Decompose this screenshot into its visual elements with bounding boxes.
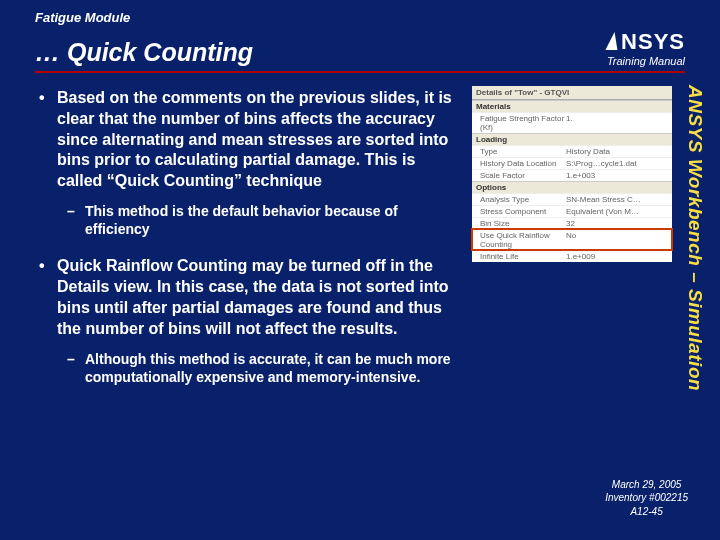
row-analysis-key: Analysis Type bbox=[472, 195, 566, 204]
row-scale-val: 1.e+003 bbox=[566, 171, 672, 180]
footer-date: March 29, 2005 bbox=[605, 478, 688, 492]
row-scale-key: Scale Factor bbox=[472, 171, 566, 180]
slide-body: Based on the comments on the previous sl… bbox=[35, 88, 455, 404]
row-binsize: Bin Size 32 bbox=[472, 217, 672, 229]
row-scale: Scale Factor 1.e+003 bbox=[472, 169, 672, 181]
bullet-2a: Although this method is accurate, it can… bbox=[57, 350, 455, 386]
row-quickrainflow-val: No bbox=[566, 231, 672, 249]
footer: March 29, 2005 Inventory #002215 A12-45 bbox=[605, 478, 688, 519]
title-bar: … Quick Counting NSYS Training Manual bbox=[35, 31, 685, 73]
row-stresscomp: Stress Component Equivalent (Von M… bbox=[472, 205, 672, 217]
row-quickrainflow: Use Quick Rainflow Counting No bbox=[472, 229, 672, 250]
ansys-logo: NSYS bbox=[607, 31, 685, 53]
bullet-2-text: Quick Rainflow Counting may be turned of… bbox=[57, 257, 449, 336]
bullet-1: Based on the comments on the previous sl… bbox=[35, 88, 455, 238]
row-histloc: History Data Location S:\Prog…cycle1.dat bbox=[472, 157, 672, 169]
footer-inventory: Inventory #002215 bbox=[605, 491, 688, 505]
row-stresscomp-key: Stress Component bbox=[472, 207, 566, 216]
bullet-2: Quick Rainflow Counting may be turned of… bbox=[35, 256, 455, 386]
row-binsize-key: Bin Size bbox=[472, 219, 566, 228]
row-infinitelife-val: 1.e+009 bbox=[566, 252, 672, 261]
section-options: Options bbox=[472, 181, 672, 193]
footer-page: A12-45 bbox=[605, 505, 688, 519]
row-histloc-key: History Data Location bbox=[472, 159, 566, 168]
section-loading: Loading bbox=[472, 133, 672, 145]
page-title: … Quick Counting bbox=[35, 38, 253, 67]
row-analysis: Analysis Type SN-Mean Stress C… bbox=[472, 193, 672, 205]
row-infinitelife: Infinite Life 1.e+009 bbox=[472, 250, 672, 262]
row-infinitelife-key: Infinite Life bbox=[472, 252, 566, 261]
side-watermark: ANSYS Workbench – Simulation bbox=[684, 85, 706, 391]
details-panel: Details of "Tow" - GTQVI Materials Fatig… bbox=[472, 86, 672, 262]
section-materials: Materials bbox=[472, 100, 672, 112]
row-type: Type History Data bbox=[472, 145, 672, 157]
row-kf-key: Fatigue Strength Factor (Kf) bbox=[472, 114, 566, 132]
logo-block: NSYS Training Manual bbox=[607, 31, 685, 67]
row-type-key: Type bbox=[472, 147, 566, 156]
module-label: Fatigue Module bbox=[35, 10, 685, 25]
row-type-val: History Data bbox=[566, 147, 672, 156]
details-header: Details of "Tow" - GTQVI bbox=[472, 86, 672, 100]
row-binsize-val: 32 bbox=[566, 219, 672, 228]
bullet-1a: This method is the default behavior beca… bbox=[57, 202, 455, 238]
row-histloc-val: S:\Prog…cycle1.dat bbox=[566, 159, 672, 168]
manual-label: Training Manual bbox=[607, 55, 685, 67]
row-analysis-val: SN-Mean Stress C… bbox=[566, 195, 672, 204]
row-stresscomp-val: Equivalent (Von M… bbox=[566, 207, 672, 216]
row-kf-val: 1. bbox=[566, 114, 672, 132]
bullet-1-text: Based on the comments on the previous sl… bbox=[57, 89, 452, 189]
row-kf: Fatigue Strength Factor (Kf) 1. bbox=[472, 112, 672, 133]
row-quickrainflow-key: Use Quick Rainflow Counting bbox=[472, 231, 566, 249]
